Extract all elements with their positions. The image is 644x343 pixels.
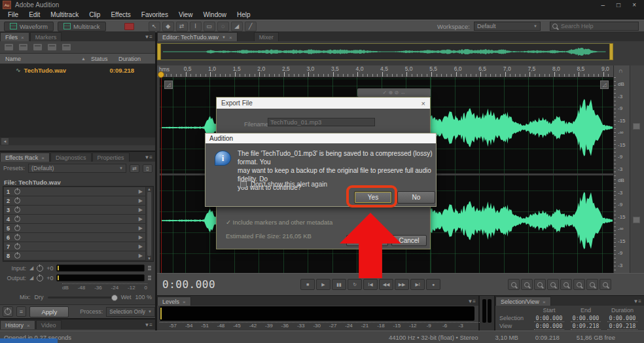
- record-button[interactable]: ●: [426, 279, 440, 290]
- sort-ascending-icon[interactable]: ▲: [81, 56, 86, 61]
- column-name[interactable]: Name: [0, 56, 81, 62]
- process-dropdown[interactable]: Selection Only ▼: [106, 307, 155, 317]
- playhead-line[interactable]: [161, 77, 162, 273]
- tab-video[interactable]: Video: [36, 320, 62, 329]
- close-tab-icon[interactable]: ×: [543, 299, 546, 305]
- maximize-button[interactable]: □: [617, 1, 620, 9]
- headphone-icon[interactable]: ∩: [618, 67, 622, 74]
- zoom-in-amplitude-button[interactable]: [508, 279, 520, 290]
- close-file-icon[interactable]: [62, 44, 71, 50]
- rack-power-button[interactable]: [3, 306, 13, 317]
- tab-diagnostics[interactable]: Diagnostics: [50, 153, 92, 162]
- stop-button[interactable]: ■: [300, 279, 315, 290]
- scroll-down-icon[interactable]: ▼: [147, 257, 151, 261]
- menu-item[interactable]: Window: [198, 11, 232, 18]
- menu-item[interactable]: Effects: [105, 11, 135, 18]
- checkbox-icon[interactable]: [240, 181, 247, 188]
- right-channel-knob[interactable]: [633, 217, 640, 223]
- apply-button[interactable]: Apply: [29, 306, 69, 317]
- marquee-selection-tool-icon[interactable]: ▭: [204, 22, 215, 31]
- playhead-handle[interactable]: [158, 71, 164, 78]
- menu-item[interactable]: File: [3, 11, 24, 18]
- power-icon[interactable]: [14, 253, 20, 259]
- effects-scrollbar[interactable]: ▲ ▼: [146, 187, 152, 261]
- time-display[interactable]: 0:00.000: [162, 278, 215, 291]
- time-selection-tool-icon[interactable]: Ⅰ: [190, 22, 202, 31]
- include-markers-checkbox[interactable]: ✓ Include markers and other metadata: [226, 215, 332, 227]
- scroll-up-icon[interactable]: ▲: [147, 187, 151, 191]
- chevron-down-icon[interactable]: ▼: [222, 35, 226, 39]
- tab-levels[interactable]: Levels×: [157, 297, 191, 306]
- open-file-icon[interactable]: [5, 44, 13, 50]
- overview-left-handle[interactable]: [157, 43, 161, 60]
- slip-tool-icon[interactable]: ⇄: [176, 22, 188, 31]
- presets-dropdown[interactable]: (Default) ▼: [28, 164, 126, 173]
- filename-input[interactable]: [268, 118, 375, 126]
- menu-item[interactable]: Favorites: [136, 11, 173, 18]
- zoom-in-time-button[interactable]: [534, 279, 546, 290]
- scroll-left-icon[interactable]: ◂: [1, 138, 9, 145]
- tab-markers[interactable]: Markers: [30, 32, 62, 41]
- workspace-dropdown[interactable]: Default ▼: [474, 22, 541, 31]
- power-icon[interactable]: [14, 234, 20, 240]
- scrollbar-thumb[interactable]: [147, 192, 151, 256]
- power-icon[interactable]: [14, 198, 20, 204]
- chevron-right-icon[interactable]: ▶: [139, 207, 143, 213]
- gain-value[interactable]: +0: [46, 275, 53, 281]
- gain-value[interactable]: +0: [46, 265, 53, 272]
- zoom-out-amplitude-button[interactable]: [521, 279, 533, 290]
- no-button[interactable]: No: [397, 191, 435, 204]
- zoom-to-out-point-button[interactable]: [586, 279, 598, 290]
- zoom-to-selection-button[interactable]: [560, 279, 572, 290]
- tab-effects-rack[interactable]: Effects Rack×: [0, 153, 50, 162]
- loop-playback-button[interactable]: ↻: [348, 279, 362, 290]
- file-row[interactable]: ∿ TechTudo.wav 0:09.218: [0, 64, 155, 75]
- zoom-out-time-button[interactable]: [547, 279, 559, 290]
- selection-end-field[interactable]: 0:00.000: [571, 315, 601, 322]
- channel-right-hud-icon[interactable]: ◿: [600, 81, 609, 89]
- close-tab-icon[interactable]: ×: [183, 299, 186, 305]
- pause-button[interactable]: ▮▮: [332, 279, 346, 290]
- save-preset-icon[interactable]: ⇄: [130, 164, 139, 173]
- menu-item[interactable]: Multitrack: [45, 11, 84, 18]
- fader-icon[interactable]: ◢: [29, 275, 33, 281]
- skip-to-end-button[interactable]: ▶Ι: [410, 279, 425, 290]
- new-file-icon[interactable]: [33, 44, 42, 50]
- chevron-right-icon[interactable]: ▶: [139, 216, 143, 222]
- power-icon[interactable]: [14, 189, 20, 194]
- dont-show-again-checkbox[interactable]: Don't show this alert again: [240, 181, 327, 188]
- timeline-ruler[interactable]: hms 0,51,01,52,02,53,03,54,04,55,05,56,0…: [157, 65, 613, 77]
- selection-hud[interactable]: ✓ ⊕ ⊘ ↔: [357, 88, 431, 97]
- chevron-right-icon[interactable]: ▶: [139, 198, 143, 204]
- export-dialog-titlebar[interactable]: Export File ×: [217, 98, 430, 109]
- chevron-right-icon[interactable]: ▶: [139, 234, 143, 240]
- move-tool-icon[interactable]: ↖: [149, 22, 160, 31]
- zoom-to-in-point-button[interactable]: [573, 279, 585, 290]
- effect-slot[interactable]: 4 ▶: [4, 215, 145, 223]
- power-icon[interactable]: [37, 265, 43, 272]
- panel-menu-icon[interactable]: ▼≡: [141, 34, 155, 41]
- files-hscrollbar[interactable]: ◂: [0, 137, 155, 145]
- left-channel-knob[interactable]: [633, 123, 640, 130]
- chevron-right-icon[interactable]: ▶: [139, 189, 143, 194]
- multitrack-view-button[interactable]: Multitrack: [58, 22, 106, 31]
- razor-tool-icon[interactable]: ◆: [162, 22, 174, 31]
- close-tab-icon[interactable]: ×: [21, 35, 24, 41]
- tab-files[interactable]: Files×: [0, 32, 29, 41]
- view-duration-field[interactable]: 0:09.218: [607, 323, 637, 330]
- selection-start-field[interactable]: 0:00.000: [534, 315, 564, 322]
- delete-preset-icon[interactable]: ▯: [143, 164, 152, 173]
- panel-menu-icon[interactable]: ▼≡: [630, 298, 644, 306]
- effect-slot[interactable]: 5 ▶: [4, 224, 145, 232]
- power-icon[interactable]: [14, 207, 20, 213]
- close-tab-icon[interactable]: ×: [27, 323, 30, 329]
- waveform-view-button[interactable]: Waveform: [4, 22, 54, 31]
- fast-forward-button[interactable]: ▶▶: [395, 279, 409, 290]
- tab-editor[interactable]: Editor: TechTudo.wav ▼ ×: [157, 32, 238, 41]
- power-icon[interactable]: [14, 225, 20, 231]
- effect-slot[interactable]: 2 ▶: [4, 196, 145, 205]
- alert-dialog-titlebar[interactable]: Audition: [206, 134, 436, 143]
- spot-healing-tool-icon[interactable]: ╱: [245, 22, 257, 31]
- search-input[interactable]: [560, 22, 636, 30]
- tab-mixer[interactable]: Mixer: [254, 32, 279, 41]
